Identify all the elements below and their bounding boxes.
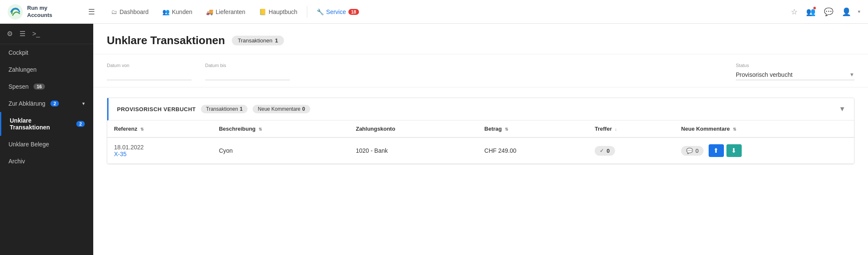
sidebar-item-archiv[interactable]: Archiv [0, 153, 93, 170]
cell-beschreibung: Cyon [212, 137, 349, 164]
action-btn-download[interactable]: ⬇ [726, 144, 742, 157]
user-avatar-icon[interactable]: 👤 [839, 5, 854, 19]
cell-kommentare: 💬 0 ⬆ ⬇ [674, 137, 854, 164]
sidebar-item-cockpit[interactable]: Cockpit [0, 44, 93, 61]
sort-betrag-icon[interactable]: ⇅ [505, 127, 508, 132]
top-navigation: Run my Accounts ☰ 🗂 Dashboard 👥 Kunden 🚚… [0, 0, 868, 24]
cell-zahlungskonto: 1020 - Bank [349, 137, 477, 164]
section-pill-count: 1 [240, 106, 243, 112]
hauptbuch-icon: 📒 [259, 8, 266, 15]
spesen-badge: 16 [33, 84, 45, 90]
status-select[interactable]: Provisorisch verbucht [736, 71, 849, 78]
sidebar-item-unklare-belege[interactable]: Unklare Belege [0, 136, 93, 153]
datum-bis-input[interactable] [205, 70, 290, 80]
nav-kunden[interactable]: 👥 Kunden [156, 5, 198, 19]
section-tab-pill[interactable]: Transaktionen 1 [201, 105, 248, 113]
sidebar-label-archiv: Archiv [8, 158, 25, 165]
treffer-badge: ✓ 0 [595, 146, 615, 156]
kommentare-count: 0 [302, 106, 305, 112]
section-pill-label: Transaktionen [206, 106, 238, 112]
sidebar: ⚙ ☰ >_ Cockpit Zahlungen Spesen 16 Zur A… [0, 24, 93, 255]
treffer-count: 0 [606, 148, 609, 154]
nav-service[interactable]: 🔧 Service 18 [311, 5, 365, 19]
sort-kommentare-icon[interactable]: ⇅ [733, 127, 736, 132]
main-layout: ⚙ ☰ >_ Cockpit Zahlungen Spesen 16 Zur A… [0, 24, 868, 255]
comment-badge: 💬 0 [681, 146, 704, 156]
chat-icon[interactable]: 💬 [821, 5, 836, 19]
table-header-row: Referenz ⇅ Beschreibung ⇅ Zahlungskonto … [107, 120, 854, 137]
check-icon: ✓ [600, 148, 604, 154]
datum-von-label: Datum von [107, 63, 192, 68]
tab-pill-label: Transaktionen [238, 37, 273, 44]
list-icon[interactable]: ☰ [19, 30, 25, 38]
filter-datum-bis: Datum bis [205, 63, 290, 80]
sidebar-label-spesen: Spesen [8, 83, 28, 90]
service-badge: 18 [348, 9, 359, 15]
hamburger-menu[interactable]: ☰ [85, 4, 98, 20]
lieferanten-icon: 🚚 [206, 8, 213, 15]
comment-icon: 💬 [686, 148, 693, 154]
status-label: Status [736, 63, 854, 68]
nav-lieferanten[interactable]: 🚚 Lieferanten [200, 5, 251, 19]
section-dropdown-icon[interactable]: ▼ [839, 105, 846, 112]
sidebar-item-zahlungen[interactable]: Zahlungen [0, 61, 93, 78]
user-dropdown-arrow[interactable]: ▼ [857, 9, 861, 14]
transactions-tab-pill[interactable]: Transaktionen 1 [232, 36, 284, 45]
section-card: PROVISORISCH VERBUCHT Transaktionen 1 Ne… [107, 98, 854, 164]
nav-hauptbuch[interactable]: 📒 Hauptbuch [253, 5, 303, 19]
referenz-link[interactable]: X-35 [114, 151, 127, 157]
terminal-icon[interactable]: >_ [32, 30, 40, 38]
service-icon: 🔧 [317, 8, 324, 15]
tab-pill-count: 1 [275, 37, 278, 44]
filters-row: Datum von Datum bis Status Provisorisch … [93, 54, 868, 87]
table-row: 18.01.2022 X-35 Cyon 1020 - Bank CHF 249… [107, 137, 854, 164]
col-referenz: Referenz ⇅ [107, 120, 212, 137]
logo: Run my Accounts [7, 3, 75, 20]
sidebar-label-unklare-belege: Unklare Belege [8, 141, 49, 148]
action-btn-upload[interactable]: ⬆ [709, 144, 724, 157]
col-beschreibung: Beschreibung ⇅ [212, 120, 349, 137]
comment-count: 0 [696, 148, 698, 154]
star-icon[interactable]: ☆ [788, 5, 800, 19]
sort-referenz-icon[interactable]: ⇅ [140, 127, 144, 132]
filter-datum-von: Datum von [107, 63, 192, 80]
section-kommentare-pill[interactable]: Neue Kommentare 0 [253, 105, 310, 113]
sidebar-item-unklare-transaktionen[interactable]: Unklare Transaktionen 2 [0, 112, 93, 136]
col-treffer: Treffer ↓ [588, 120, 674, 137]
sort-treffer-icon[interactable]: ↓ [615, 127, 617, 132]
cell-betrag: CHF 249.00 [478, 137, 588, 164]
settings-icon[interactable]: ⚙ [7, 30, 13, 38]
col-zahlungskonto: Zahlungskonto [349, 120, 477, 137]
page-title: Unklare Transaktionen [107, 34, 225, 47]
sidebar-label-zur-abklarung: Zur Abklärung [8, 100, 45, 107]
sidebar-label-unklare-transaktionen: Unklare Transaktionen [10, 117, 71, 131]
topnav-right: ☆ 👥 💬 👤 ▼ [788, 5, 861, 19]
filter-status-group: Status Provisorisch verbucht ▼ [736, 63, 854, 80]
sidebar-item-zur-abklarung[interactable]: Zur Abklärung 2 ▾ [0, 95, 93, 112]
users-icon[interactable]: 👥 [804, 5, 818, 19]
logo-icon [7, 3, 24, 20]
zur-abklarung-badge: 2 [50, 101, 59, 106]
kunden-icon: 👥 [162, 8, 170, 15]
sidebar-label-zahlungen: Zahlungen [8, 66, 36, 73]
datum-von-input[interactable] [107, 70, 192, 80]
sidebar-toolbar: ⚙ ☰ >_ [0, 24, 93, 44]
status-select-wrap: Provisorisch verbucht ▼ [736, 70, 854, 80]
nav-items: 🗂 Dashboard 👥 Kunden 🚚 Lieferanten 📒 Hau… [105, 5, 785, 19]
section-header: PROVISORISCH VERBUCHT Transaktionen 1 Ne… [107, 98, 854, 120]
datum-bis-label: Datum bis [205, 63, 290, 68]
data-table: Referenz ⇅ Beschreibung ⇅ Zahlungskonto … [107, 120, 854, 164]
sort-beschreibung-icon[interactable]: ⇅ [259, 127, 262, 132]
col-betrag: Betrag ⇅ [478, 120, 588, 137]
kommentare-label: Neue Kommentare [258, 106, 300, 112]
dashboard-icon: 🗂 [111, 8, 117, 15]
page-header: Unklare Transaktionen Transaktionen 1 [93, 24, 868, 54]
col-neue-kommentare: Neue Kommentare ⇅ [674, 120, 854, 137]
logo-text: Run my Accounts [27, 5, 52, 19]
section-header-right: ▼ [839, 105, 846, 113]
nav-separator [307, 6, 307, 18]
sidebar-item-spesen[interactable]: Spesen 16 [0, 78, 93, 95]
sidebar-label-cockpit: Cockpit [8, 49, 28, 56]
nav-dashboard[interactable]: 🗂 Dashboard [105, 5, 155, 19]
cell-treffer: ✓ 0 [588, 137, 674, 164]
